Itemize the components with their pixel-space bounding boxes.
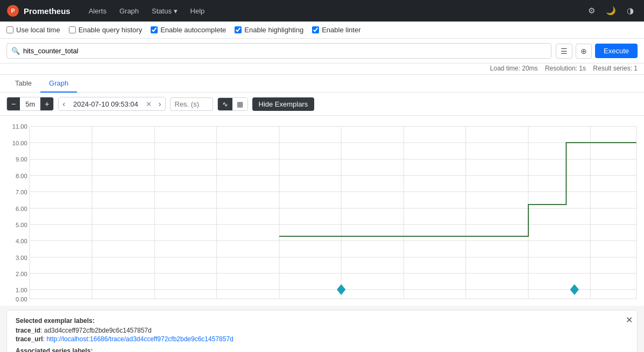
query-input[interactable] [23,44,547,58]
brand-logo: P Prometheus [6,4,70,17]
settings-icon-button[interactable]: ⚙ [584,3,599,18]
search-icon: 🔍 [11,47,20,55]
load-time: Load time: 20ms [490,65,538,72]
svg-text:09:51:30: 09:51:30 [392,303,416,304]
vertical-grid-lines [30,126,636,299]
enable-autocomplete-checkbox[interactable]: Enable autocomplete [151,26,226,34]
svg-text:09:51:00: 09:51:00 [329,303,353,304]
svg-text:3.00: 3.00 [16,255,27,261]
topnav-right-actions: ⚙ 🌙 ◑ [584,3,638,18]
brand-name: Prometheus [24,6,70,16]
execute-button[interactable]: Execute [595,44,638,58]
svg-text:09:49:00: 09:49:00 [80,303,104,304]
result-series: Result series: 1 [593,65,638,72]
enable-linter-checkbox[interactable]: Enable linter [312,26,360,34]
data-line [279,143,636,236]
svg-text:09:52:30: 09:52:30 [516,303,540,304]
alerts-link[interactable]: Alerts [83,4,112,18]
query-history-icon-button[interactable]: ☰ [556,44,572,59]
svg-text:09:53:00: 09:53:00 [578,303,602,304]
svg-text:2.00: 2.00 [16,271,27,277]
exemplar-trace-url-row: trace_url: http://localhost:16686/trace/… [16,335,628,343]
y-axis: 11.00 10.00 9.00 8.00 7.00 6.00 5.00 4.0… [12,123,27,302]
theme-icon-button[interactable]: 🌙 [602,3,620,18]
exemplar-trace-id-row: trace_id: ad3d4cceff972cfb2bde9c6c145785… [16,327,628,334]
metric-explorer-icon-button[interactable]: ⊕ [576,44,592,59]
svg-text:11.00: 11.00 [12,123,27,130]
exemplar-trace-url-label: trace_url [16,335,43,343]
svg-text:4.00: 4.00 [16,238,27,244]
exemplar-close-button[interactable]: ✕ [626,315,633,325]
chart-svg: 11.00 10.00 9.00 8.00 7.00 6.00 5.00 4.0… [6,121,638,304]
contrast-icon-button[interactable]: ◑ [623,3,638,18]
view-tabs: Table Graph [0,75,644,93]
svg-text:0.00: 0.00 [16,296,27,302]
svg-text:1.00: 1.00 [16,287,27,293]
enable-query-history-checkbox[interactable]: Enable query history [69,26,143,34]
grid-lines [30,126,636,299]
exemplar-associated-title: Associated series labels: [16,347,628,352]
exemplar-trace-id-value: ad3d4cceff972cfb2bde9c6c1457857d [44,327,152,334]
datetime-value: 2024-07-10 09:53:04 [69,98,143,110]
svg-text:09:50:30: 09:50:30 [267,303,291,304]
resolution: Resolution: 1s [545,65,586,72]
graph-controls: − 5m + ‹ 2024-07-10 09:53:04 ✕ › ∿ ▦ Hid… [0,93,644,116]
exemplar-diamond-1[interactable] [337,284,345,295]
duration-value: 5m [20,98,40,110]
hide-exemplars-button[interactable]: Hide Exemplars [252,97,315,111]
stacked-chart-button[interactable]: ▦ [232,98,247,110]
use-local-time-checkbox[interactable]: Use local time [6,26,60,34]
svg-text:P: P [11,8,15,14]
chart-type-buttons: ∿ ▦ [217,97,248,111]
svg-text:09:52:00: 09:52:00 [454,303,478,304]
enable-highlighting-checkbox[interactable]: Enable highlighting [235,26,303,34]
svg-text:6.00: 6.00 [16,206,27,212]
x-axis: 09:48:30 09:49:00 09:49:30 09:50:00 09:5… [18,303,602,304]
svg-text:09:49:30: 09:49:30 [143,303,167,304]
datetime-clear-button[interactable]: ✕ [143,98,155,110]
decrease-duration-button[interactable]: − [7,97,20,110]
resolution-input[interactable] [170,97,213,111]
graph-link[interactable]: Graph [114,4,144,18]
tab-table[interactable]: Table [6,75,40,93]
chart-area: 11.00 10.00 9.00 8.00 7.00 6.00 5.00 4.0… [0,116,644,306]
increase-duration-button[interactable]: + [40,97,53,110]
top-nav-links: Alerts Graph Status ▾ Help [83,4,210,18]
svg-text:5.00: 5.00 [16,222,27,228]
top-navigation: P Prometheus Alerts Graph Status ▾ Help … [0,0,644,22]
help-link[interactable]: Help [185,4,210,18]
svg-text:09:50:00: 09:50:00 [205,303,229,304]
datetime-next-button[interactable]: › [155,97,165,110]
exemplar-diamond-2[interactable] [570,284,579,295]
datetime-prev-button[interactable]: ‹ [59,97,69,110]
options-toolbar: Use local time Enable query history Enab… [0,22,644,39]
svg-text:8.00: 8.00 [16,173,27,179]
search-bar: 🔍 ☰ ⊕ Execute [0,39,644,64]
result-meta: Load time: 20ms Resolution: 1s Result se… [0,64,644,75]
exemplar-panel: ✕ Selected exemplar labels: trace_id: ad… [6,310,638,352]
status-dropdown-link[interactable]: Status ▾ [146,4,182,18]
exemplar-selected-title: Selected exemplar labels: [16,317,628,325]
exemplar-trace-id-label: trace_id [16,327,40,334]
tab-graph[interactable]: Graph [40,75,77,93]
search-actions: ☰ ⊕ Execute [556,44,638,59]
svg-text:7.00: 7.00 [16,189,27,195]
query-input-wrap: 🔍 [6,43,551,59]
svg-text:09:48:30: 09:48:30 [18,303,41,304]
svg-text:9.00: 9.00 [16,156,27,163]
line-chart-button[interactable]: ∿ [218,98,232,110]
datetime-control: ‹ 2024-07-10 09:53:04 ✕ › [58,97,165,111]
svg-text:10.00: 10.00 [12,140,27,146]
prometheus-logo-icon: P [6,4,19,17]
duration-control: − 5m + [6,97,54,111]
exemplar-trace-url-link[interactable]: http://localhost:16686/trace/ad3d4cceff9… [46,335,233,343]
status-dropdown-arrow-icon: ▾ [174,7,178,15]
